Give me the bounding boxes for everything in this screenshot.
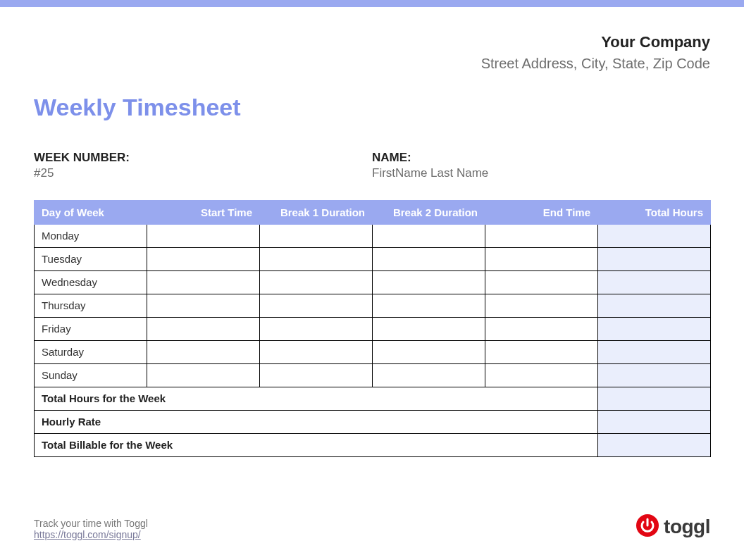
break1-cell[interactable]: [260, 270, 373, 294]
name-value: FirstName Last Name: [372, 166, 710, 180]
table-row: Saturday: [35, 340, 711, 363]
summary-rate-row: Hourly Rate: [35, 410, 711, 433]
name-label: NAME:: [372, 151, 710, 165]
break2-cell[interactable]: [373, 340, 485, 363]
break2-cell[interactable]: [373, 294, 485, 317]
col-total: Total Hours: [598, 200, 711, 224]
company-block: Your Company Street Address, City, State…: [34, 32, 710, 73]
toggl-brand-text: toggl: [664, 516, 710, 538]
summary-rate-value[interactable]: [598, 410, 711, 433]
start-cell[interactable]: [147, 294, 260, 317]
end-cell[interactable]: [485, 247, 598, 270]
break2-cell[interactable]: [373, 247, 485, 270]
start-cell[interactable]: [147, 317, 260, 340]
end-cell[interactable]: [485, 294, 598, 317]
summary-billable-label: Total Billable for the Week: [35, 433, 598, 456]
total-cell[interactable]: [598, 294, 711, 317]
summary-total-hours-label: Total Hours for the Week: [35, 387, 598, 410]
end-cell[interactable]: [485, 224, 598, 247]
start-cell[interactable]: [147, 247, 260, 270]
toggl-logo: toggl: [636, 514, 710, 540]
total-cell[interactable]: [598, 224, 711, 247]
table-row: Tuesday: [35, 247, 711, 270]
day-cell: Thursday: [35, 294, 147, 317]
day-cell: Tuesday: [35, 247, 147, 270]
day-cell: Saturday: [35, 340, 147, 363]
day-cell: Wednesday: [35, 270, 147, 294]
company-name: Your Company: [34, 32, 710, 53]
start-cell[interactable]: [147, 270, 260, 294]
summary-total-hours-row: Total Hours for the Week: [35, 387, 711, 410]
table-row: Friday: [35, 317, 711, 340]
end-cell[interactable]: [485, 270, 598, 294]
break1-cell[interactable]: [260, 247, 373, 270]
break2-cell[interactable]: [373, 224, 485, 247]
col-day: Day of Week: [35, 200, 147, 224]
week-number-label: WEEK NUMBER:: [34, 151, 372, 165]
break2-cell[interactable]: [373, 270, 485, 294]
company-address: Street Address, City, State, Zip Code: [34, 54, 710, 73]
signup-link[interactable]: https://toggl.com/signup/: [34, 529, 141, 540]
total-cell[interactable]: [598, 363, 711, 387]
break1-cell[interactable]: [260, 363, 373, 387]
col-break2: Break 2 Duration: [373, 200, 485, 224]
footer-text-block: Track your time with Toggl https://toggl…: [34, 518, 148, 540]
table-row: Monday: [35, 224, 711, 247]
table-row: Wednesday: [35, 270, 711, 294]
table-header-row: Day of Week Start Time Break 1 Duration …: [35, 200, 711, 224]
start-cell[interactable]: [147, 340, 260, 363]
total-cell[interactable]: [598, 340, 711, 363]
end-cell[interactable]: [485, 317, 598, 340]
summary-billable-value[interactable]: [598, 433, 711, 456]
break1-cell[interactable]: [260, 224, 373, 247]
break2-cell[interactable]: [373, 317, 485, 340]
start-cell[interactable]: [147, 363, 260, 387]
power-icon: [636, 514, 659, 540]
table-row: Thursday: [35, 294, 711, 317]
col-end: End Time: [485, 200, 598, 224]
break1-cell[interactable]: [260, 294, 373, 317]
break1-cell[interactable]: [260, 340, 373, 363]
col-break1: Break 1 Duration: [260, 200, 373, 224]
total-cell[interactable]: [598, 270, 711, 294]
end-cell[interactable]: [485, 363, 598, 387]
page-title: Weekly Timesheet: [34, 94, 710, 121]
break1-cell[interactable]: [260, 317, 373, 340]
footer-track-text: Track your time with Toggl: [34, 518, 148, 529]
top-accent-bar: [0, 0, 744, 7]
total-cell[interactable]: [598, 247, 711, 270]
break2-cell[interactable]: [373, 363, 485, 387]
col-start: Start Time: [147, 200, 260, 224]
start-cell[interactable]: [147, 224, 260, 247]
summary-rate-label: Hourly Rate: [35, 410, 598, 433]
table-row: Sunday: [35, 363, 711, 387]
day-cell: Monday: [35, 224, 147, 247]
week-number-block: WEEK NUMBER: #25: [34, 151, 372, 180]
timesheet-table: Day of Week Start Time Break 1 Duration …: [34, 200, 711, 457]
day-cell: Friday: [35, 317, 147, 340]
end-cell[interactable]: [485, 340, 598, 363]
total-cell[interactable]: [598, 317, 711, 340]
week-number-value: #25: [34, 166, 372, 180]
name-block: NAME: FirstName Last Name: [372, 151, 710, 180]
summary-total-hours-value[interactable]: [598, 387, 711, 410]
summary-billable-row: Total Billable for the Week: [35, 433, 711, 456]
day-cell: Sunday: [35, 363, 147, 387]
